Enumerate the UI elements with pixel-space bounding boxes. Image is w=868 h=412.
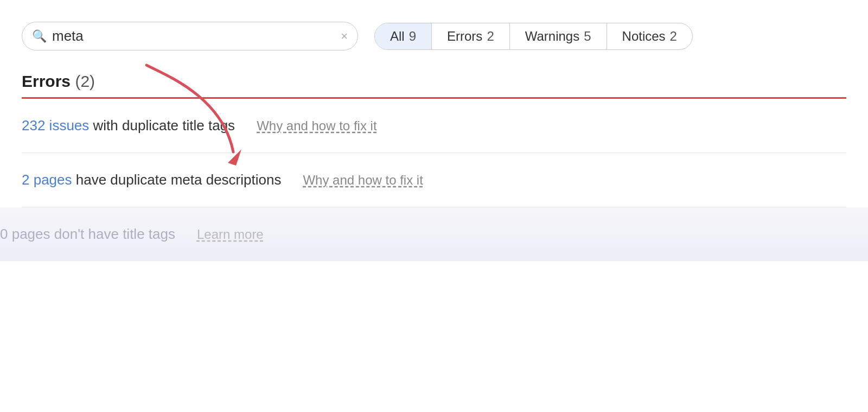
issue-link-no-title[interactable]: 0 pages [0, 226, 50, 242]
tab-warnings-label: Warnings [525, 29, 579, 44]
issue-link-duplicate-meta[interactable]: 2 pages [22, 172, 72, 188]
issue-text-duplicate-meta: 2 pages have duplicate meta descriptions [22, 172, 281, 188]
filter-tabs: All 9 Errors 2 Warnings 5 Notices 2 [374, 23, 693, 50]
tab-all[interactable]: All 9 [375, 23, 432, 49]
top-bar: 🔍 × All 9 Errors 2 Warnings 5 Notices 2 [22, 22, 846, 50]
issue-desc-no-title: don't have title tags [50, 226, 175, 242]
issue-text-no-title: 0 pages don't have title tags [0, 226, 175, 243]
search-icon: 🔍 [32, 29, 47, 43]
issue-text-duplicate-title: 232 issues with duplicate title tags [22, 117, 235, 134]
tab-notices-count: 2 [670, 29, 677, 44]
tab-errors-label: Errors [447, 29, 482, 44]
fix-link-no-title[interactable]: Learn more [197, 227, 264, 242]
tab-notices-label: Notices [622, 29, 666, 44]
issue-link-duplicate-title[interactable]: 232 issues [22, 117, 89, 134]
tab-all-label: All [390, 29, 405, 44]
clear-icon[interactable]: × [341, 29, 348, 43]
issue-row-duplicate-meta: 2 pages have duplicate meta descriptions… [22, 153, 846, 207]
issue-row-no-title-tags: 0 pages don't have title tags Learn more [0, 207, 868, 261]
errors-count-label: (2) [75, 72, 95, 90]
main-container: 🔍 × All 9 Errors 2 Warnings 5 Notices 2 [0, 0, 868, 207]
issue-desc-duplicate-title: with duplicate title tags [89, 117, 235, 134]
errors-section-heading: Errors (2) [22, 72, 846, 91]
tab-warnings[interactable]: Warnings 5 [510, 23, 607, 49]
tab-warnings-count: 5 [584, 29, 591, 44]
issue-desc-duplicate-meta: have duplicate meta descriptions [72, 172, 282, 188]
issue-row-duplicate-title: 232 issues with duplicate title tags Why… [22, 99, 846, 153]
fix-link-duplicate-title[interactable]: Why and how to fix it [257, 118, 376, 134]
tab-notices[interactable]: Notices 2 [607, 23, 692, 49]
tab-errors[interactable]: Errors 2 [432, 23, 510, 49]
tab-all-count: 9 [409, 29, 416, 44]
search-input[interactable] [52, 28, 335, 45]
fix-link-duplicate-meta[interactable]: Why and how to fix it [303, 173, 423, 188]
errors-heading-text: Errors [22, 72, 71, 90]
search-box[interactable]: 🔍 × [22, 22, 358, 50]
tab-errors-count: 2 [487, 29, 494, 44]
